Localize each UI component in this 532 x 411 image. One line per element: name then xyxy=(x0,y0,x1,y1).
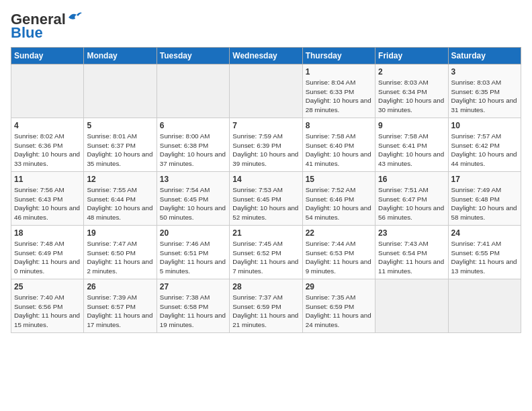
day-number: 17 xyxy=(451,175,518,184)
day-info: Sunrise: 7:44 AM Sunset: 6:53 PM Dayligh… xyxy=(306,239,372,276)
calendar-day-cell: 2Sunrise: 8:03 AM Sunset: 6:34 PM Daylig… xyxy=(375,64,448,118)
calendar-day-cell xyxy=(375,279,448,333)
day-number: 9 xyxy=(378,121,445,130)
calendar-day-cell: 27Sunrise: 7:38 AM Sunset: 6:58 PM Dayli… xyxy=(157,279,229,333)
calendar-day-cell: 13Sunrise: 7:54 AM Sunset: 6:45 PM Dayli… xyxy=(157,172,229,226)
day-info: Sunrise: 7:43 AM Sunset: 6:54 PM Dayligh… xyxy=(378,239,445,276)
day-info: Sunrise: 8:03 AM Sunset: 6:34 PM Dayligh… xyxy=(378,78,445,115)
day-number: 3 xyxy=(451,67,518,77)
day-info: Sunrise: 8:03 AM Sunset: 6:35 PM Dayligh… xyxy=(451,78,518,115)
calendar-day-cell: 10Sunrise: 7:57 AM Sunset: 6:42 PM Dayli… xyxy=(448,118,521,172)
day-info: Sunrise: 7:58 AM Sunset: 6:40 PM Dayligh… xyxy=(306,132,372,169)
day-number: 11 xyxy=(14,175,81,184)
day-info: Sunrise: 8:04 AM Sunset: 6:33 PM Dayligh… xyxy=(306,78,372,115)
day-info: Sunrise: 7:56 AM Sunset: 6:43 PM Dayligh… xyxy=(14,185,81,222)
calendar-day-cell xyxy=(84,64,157,118)
weekday-header-cell: Thursday xyxy=(302,48,375,64)
calendar-day-cell xyxy=(157,64,229,118)
calendar-day-cell: 19Sunrise: 7:47 AM Sunset: 6:50 PM Dayli… xyxy=(84,226,157,279)
day-number: 2 xyxy=(378,67,445,77)
calendar-day-cell: 12Sunrise: 7:55 AM Sunset: 6:44 PM Dayli… xyxy=(84,172,157,226)
day-info: Sunrise: 7:59 AM Sunset: 6:39 PM Dayligh… xyxy=(232,132,299,169)
day-info: Sunrise: 7:51 AM Sunset: 6:47 PM Dayligh… xyxy=(378,185,445,222)
day-number: 18 xyxy=(14,228,81,238)
calendar-day-cell: 28Sunrise: 7:37 AM Sunset: 6:59 PM Dayli… xyxy=(230,279,302,333)
day-number: 4 xyxy=(14,121,81,130)
calendar-body: 1Sunrise: 8:04 AM Sunset: 6:33 PM Daylig… xyxy=(11,64,521,333)
day-info: Sunrise: 8:00 AM Sunset: 6:38 PM Dayligh… xyxy=(160,132,226,169)
calendar-day-cell: 18Sunrise: 7:48 AM Sunset: 6:49 PM Dayli… xyxy=(11,226,84,279)
calendar-day-cell: 9Sunrise: 7:58 AM Sunset: 6:41 PM Daylig… xyxy=(375,118,448,172)
day-info: Sunrise: 7:41 AM Sunset: 6:55 PM Dayligh… xyxy=(451,239,518,276)
calendar-week-row: 1Sunrise: 8:04 AM Sunset: 6:33 PM Daylig… xyxy=(11,64,521,118)
day-number: 23 xyxy=(378,228,445,238)
calendar-day-cell: 11Sunrise: 7:56 AM Sunset: 6:43 PM Dayli… xyxy=(11,172,84,226)
day-number: 24 xyxy=(451,228,518,238)
day-info: Sunrise: 7:47 AM Sunset: 6:50 PM Dayligh… xyxy=(87,239,153,276)
day-number: 1 xyxy=(306,67,372,77)
page-header: General Blue xyxy=(11,11,521,42)
calendar-day-cell: 4Sunrise: 8:02 AM Sunset: 6:36 PM Daylig… xyxy=(11,118,84,172)
day-info: Sunrise: 8:02 AM Sunset: 6:36 PM Dayligh… xyxy=(14,132,81,169)
calendar-day-cell: 25Sunrise: 7:40 AM Sunset: 6:56 PM Dayli… xyxy=(11,279,84,333)
weekday-header-cell: Wednesday xyxy=(230,48,302,64)
calendar-week-row: 18Sunrise: 7:48 AM Sunset: 6:49 PM Dayli… xyxy=(11,226,521,279)
day-number: 8 xyxy=(306,121,372,130)
calendar-day-cell xyxy=(11,64,84,118)
logo-blue: Blue xyxy=(11,24,43,42)
day-info: Sunrise: 7:45 AM Sunset: 6:52 PM Dayligh… xyxy=(232,239,299,276)
calendar-week-row: 11Sunrise: 7:56 AM Sunset: 6:43 PM Dayli… xyxy=(11,172,521,226)
calendar-day-cell: 8Sunrise: 7:58 AM Sunset: 6:40 PM Daylig… xyxy=(302,118,375,172)
day-number: 22 xyxy=(306,228,372,238)
calendar-week-row: 25Sunrise: 7:40 AM Sunset: 6:56 PM Dayli… xyxy=(11,279,521,333)
day-number: 29 xyxy=(306,282,372,291)
weekday-header-cell: Saturday xyxy=(448,48,521,64)
logo-bird-icon xyxy=(67,11,82,23)
day-number: 7 xyxy=(232,121,299,130)
day-number: 26 xyxy=(87,282,153,291)
calendar-day-cell: 26Sunrise: 7:39 AM Sunset: 6:57 PM Dayli… xyxy=(84,279,157,333)
day-number: 14 xyxy=(232,175,299,184)
calendar-day-cell: 3Sunrise: 8:03 AM Sunset: 6:35 PM Daylig… xyxy=(448,64,521,118)
day-number: 20 xyxy=(160,228,226,238)
calendar-day-cell: 6Sunrise: 8:00 AM Sunset: 6:38 PM Daylig… xyxy=(157,118,229,172)
day-info: Sunrise: 7:39 AM Sunset: 6:57 PM Dayligh… xyxy=(87,293,153,330)
calendar-day-cell: 15Sunrise: 7:52 AM Sunset: 6:46 PM Dayli… xyxy=(302,172,375,226)
calendar-day-cell: 14Sunrise: 7:53 AM Sunset: 6:45 PM Dayli… xyxy=(230,172,302,226)
calendar-day-cell xyxy=(230,64,302,118)
day-info: Sunrise: 8:01 AM Sunset: 6:37 PM Dayligh… xyxy=(87,132,153,169)
day-number: 15 xyxy=(306,175,372,184)
day-info: Sunrise: 7:55 AM Sunset: 6:44 PM Dayligh… xyxy=(87,185,153,222)
weekday-header-row: SundayMondayTuesdayWednesdayThursdayFrid… xyxy=(11,48,521,64)
calendar-day-cell: 17Sunrise: 7:49 AM Sunset: 6:48 PM Dayli… xyxy=(448,172,521,226)
weekday-header-cell: Friday xyxy=(375,48,448,64)
weekday-header-cell: Tuesday xyxy=(157,48,229,64)
day-number: 6 xyxy=(160,121,226,130)
day-info: Sunrise: 7:52 AM Sunset: 6:46 PM Dayligh… xyxy=(306,185,372,222)
calendar-day-cell: 21Sunrise: 7:45 AM Sunset: 6:52 PM Dayli… xyxy=(230,226,302,279)
calendar-day-cell: 7Sunrise: 7:59 AM Sunset: 6:39 PM Daylig… xyxy=(230,118,302,172)
calendar-day-cell: 5Sunrise: 8:01 AM Sunset: 6:37 PM Daylig… xyxy=(84,118,157,172)
day-info: Sunrise: 7:48 AM Sunset: 6:49 PM Dayligh… xyxy=(14,239,81,276)
day-info: Sunrise: 7:35 AM Sunset: 6:59 PM Dayligh… xyxy=(306,293,372,330)
day-number: 21 xyxy=(232,228,299,238)
calendar-table: SundayMondayTuesdayWednesdayThursdayFrid… xyxy=(11,47,521,333)
day-info: Sunrise: 7:46 AM Sunset: 6:51 PM Dayligh… xyxy=(160,239,226,276)
day-number: 5 xyxy=(87,121,153,130)
calendar-day-cell: 20Sunrise: 7:46 AM Sunset: 6:51 PM Dayli… xyxy=(157,226,229,279)
calendar-day-cell: 29Sunrise: 7:35 AM Sunset: 6:59 PM Dayli… xyxy=(302,279,375,333)
weekday-header-cell: Sunday xyxy=(11,48,84,64)
day-number: 12 xyxy=(87,175,153,184)
calendar-week-row: 4Sunrise: 8:02 AM Sunset: 6:36 PM Daylig… xyxy=(11,118,521,172)
calendar-day-cell xyxy=(448,279,521,333)
day-number: 25 xyxy=(14,282,81,291)
day-number: 28 xyxy=(232,282,299,291)
calendar-day-cell: 23Sunrise: 7:43 AM Sunset: 6:54 PM Dayli… xyxy=(375,226,448,279)
day-number: 16 xyxy=(378,175,445,184)
calendar-day-cell: 1Sunrise: 8:04 AM Sunset: 6:33 PM Daylig… xyxy=(302,64,375,118)
calendar-day-cell: 24Sunrise: 7:41 AM Sunset: 6:55 PM Dayli… xyxy=(448,226,521,279)
day-number: 13 xyxy=(160,175,226,184)
weekday-header-cell: Monday xyxy=(84,48,157,64)
day-info: Sunrise: 7:49 AM Sunset: 6:48 PM Dayligh… xyxy=(451,185,518,222)
day-info: Sunrise: 7:37 AM Sunset: 6:59 PM Dayligh… xyxy=(232,293,299,330)
